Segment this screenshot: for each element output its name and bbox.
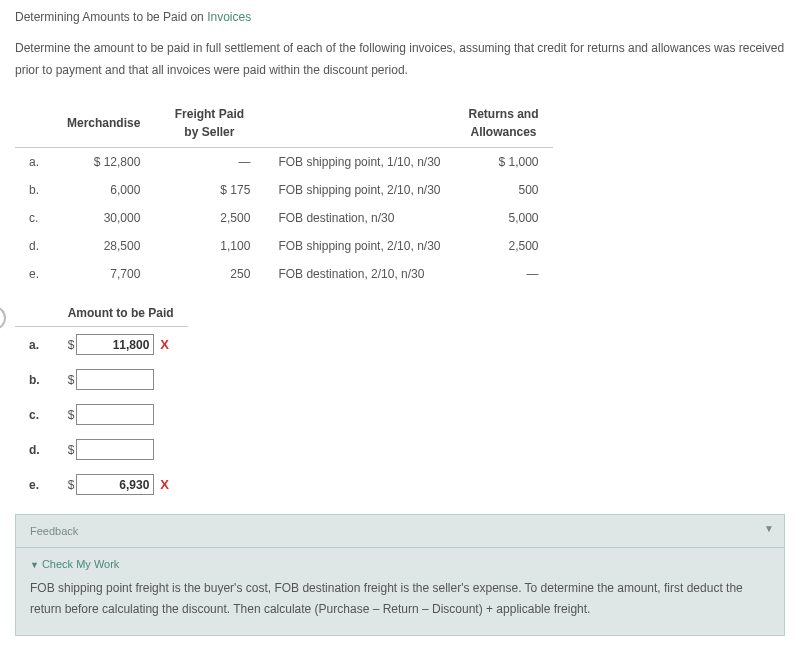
- freight-cell: 250: [154, 260, 264, 288]
- row-label: a.: [15, 148, 53, 177]
- merchandise-header: Merchandise: [53, 99, 154, 148]
- dollar-sign: $: [68, 338, 75, 352]
- answer-cell: $: [54, 432, 188, 467]
- answer-input-c[interactable]: [76, 404, 154, 425]
- merch-cell: 30,000: [53, 204, 154, 232]
- freight-cell: —: [154, 148, 264, 177]
- answers-table: Amount to be Paid a. $X b. $ c. $ d. $ e…: [15, 300, 188, 502]
- answer-row: c. $: [15, 397, 188, 432]
- answer-input-e[interactable]: [76, 474, 154, 495]
- returns-cell: —: [454, 260, 552, 288]
- terms-header: [264, 99, 454, 148]
- title-text: Determining Amounts to be Paid on: [15, 10, 207, 24]
- ring-decor: [0, 306, 6, 330]
- answer-input-d[interactable]: [76, 439, 154, 460]
- page-title: Determining Amounts to be Paid on Invoic…: [15, 10, 785, 24]
- answer-row: a. $X: [15, 327, 188, 363]
- table-row: b. 6,000 $ 175 FOB shipping point, 2/10,…: [15, 176, 553, 204]
- dollar-sign: $: [68, 443, 75, 457]
- returns-cell: $ 1,000: [454, 148, 552, 177]
- returns-header: Returns andAllowances: [454, 99, 552, 148]
- dollar-sign: $: [68, 408, 75, 422]
- answer-label: a.: [15, 327, 54, 363]
- terms-cell: FOB destination, n/30: [264, 204, 454, 232]
- terms-cell: FOB destination, 2/10, n/30: [264, 260, 454, 288]
- table-row: a. $ 12,800 — FOB shipping point, 1/10, …: [15, 148, 553, 177]
- row-label: b.: [15, 176, 53, 204]
- merch-cell: 6,000: [53, 176, 154, 204]
- feedback-panel: ▼ Feedback ▼Check My Work FOB shipping p…: [15, 514, 785, 636]
- blank-header: [15, 300, 54, 327]
- returns-cell: 500: [454, 176, 552, 204]
- table-row: d. 28,500 1,100 FOB shipping point, 2/10…: [15, 232, 553, 260]
- invoices-link[interactable]: Invoices: [207, 10, 251, 24]
- check-my-work-label: Check My Work: [42, 558, 119, 570]
- freight-cell: $ 175: [154, 176, 264, 204]
- answer-label: b.: [15, 362, 54, 397]
- answer-cell: $: [54, 397, 188, 432]
- answer-label: e.: [15, 467, 54, 502]
- terms-cell: FOB shipping point, 2/10, n/30: [264, 176, 454, 204]
- wrong-icon: X: [160, 477, 169, 492]
- answer-label: c.: [15, 397, 54, 432]
- check-my-work-link[interactable]: ▼Check My Work: [16, 548, 784, 574]
- answer-label: d.: [15, 432, 54, 467]
- feedback-body: FOB shipping point freight is the buyer'…: [16, 574, 784, 635]
- collapse-icon[interactable]: ▼: [764, 523, 774, 534]
- invoice-table: Merchandise Freight Paidby Seller Return…: [15, 99, 553, 288]
- freight-header: Freight Paidby Seller: [154, 99, 264, 148]
- merch-cell: $ 12,800: [53, 148, 154, 177]
- terms-cell: FOB shipping point, 1/10, n/30: [264, 148, 454, 177]
- row-label: e.: [15, 260, 53, 288]
- blank-header: [15, 99, 53, 148]
- answer-cell: $X: [54, 327, 188, 363]
- wrong-icon: X: [160, 337, 169, 352]
- table-row: c. 30,000 2,500 FOB destination, n/30 5,…: [15, 204, 553, 232]
- answer-row: b. $: [15, 362, 188, 397]
- answer-cell: $: [54, 362, 188, 397]
- terms-cell: FOB shipping point, 2/10, n/30: [264, 232, 454, 260]
- answer-input-a[interactable]: [76, 334, 154, 355]
- returns-cell: 2,500: [454, 232, 552, 260]
- freight-cell: 2,500: [154, 204, 264, 232]
- freight-cell: 1,100: [154, 232, 264, 260]
- caret-down-icon: ▼: [30, 560, 39, 570]
- row-label: d.: [15, 232, 53, 260]
- amount-header: Amount to be Paid: [54, 300, 188, 327]
- returns-cell: 5,000: [454, 204, 552, 232]
- answer-input-b[interactable]: [76, 369, 154, 390]
- merch-cell: 7,700: [53, 260, 154, 288]
- feedback-header: Feedback: [16, 515, 784, 548]
- dollar-sign: $: [68, 478, 75, 492]
- intro-text: Determine the amount to be paid in full …: [15, 38, 785, 81]
- dollar-sign: $: [68, 373, 75, 387]
- answer-row: e. $X: [15, 467, 188, 502]
- row-label: c.: [15, 204, 53, 232]
- answer-cell: $X: [54, 467, 188, 502]
- table-row: e. 7,700 250 FOB destination, 2/10, n/30…: [15, 260, 553, 288]
- answer-row: d. $: [15, 432, 188, 467]
- merch-cell: 28,500: [53, 232, 154, 260]
